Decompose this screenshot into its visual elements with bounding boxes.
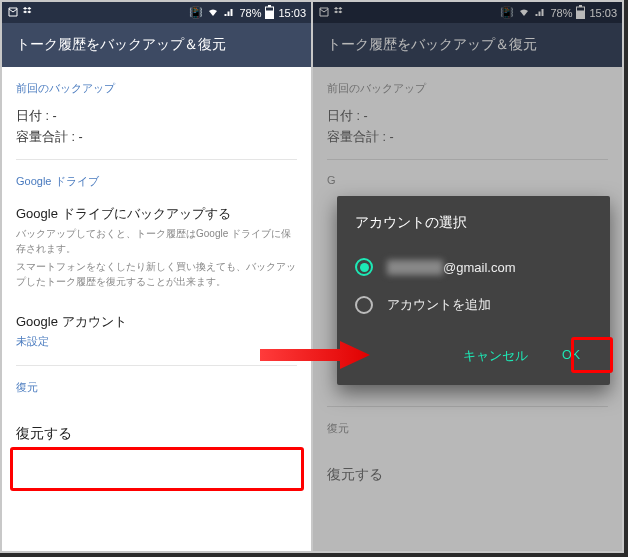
date-label: 日付	[16, 109, 42, 123]
add-account-label: アカウントを追加	[387, 296, 491, 314]
wifi-icon	[207, 6, 219, 20]
content-area: 前回のバックアップ 日付 : - 容量合計 : - Google ドライブ Go…	[2, 67, 311, 551]
item-title: Google ドライブにバックアップする	[16, 205, 297, 223]
dropbox-icon	[23, 6, 35, 20]
dialog-title: アカウントの選択	[355, 214, 592, 232]
account-value: 未設定	[16, 334, 297, 349]
mail-icon	[7, 6, 19, 20]
cancel-button[interactable]: キャンセル	[455, 342, 536, 371]
google-account-item[interactable]: Google アカウント 未設定	[2, 301, 311, 361]
page-title: トーク履歴をバックアップ＆復元	[16, 36, 226, 54]
radio-unselected-icon	[355, 296, 373, 314]
account-masked: XXXXXX	[387, 260, 443, 275]
page-header: トーク履歴をバックアップ＆復元	[2, 23, 311, 67]
phone-left: 📳 78% 15:03 トーク履歴をバックアップ＆復元 前回のバックアップ	[2, 2, 311, 551]
item-desc2: スマートフォンをなくしたり新しく買い換えても、バックアップしたトーク履歴を復元す…	[16, 259, 297, 289]
backup-to-gdrive-item[interactable]: Google ドライブにバックアップする バックアップしておくと、トーク履歴はG…	[2, 205, 311, 301]
account-option-existing[interactable]: XXXXXX@gmail.com	[355, 248, 592, 286]
size-label: 容量合計	[16, 130, 68, 144]
battery-label: 78%	[239, 7, 261, 19]
status-bar: 📳 78% 15:03	[2, 2, 311, 23]
date-value: : -	[45, 109, 56, 123]
item-title: Google アカウント	[16, 313, 297, 331]
section-title: Google ドライブ	[16, 174, 297, 189]
phone-right: 📳 78% 15:03 トーク履歴をバックアップ＆復元 前回のバックアップ	[313, 2, 622, 551]
radio-selected-icon	[355, 258, 373, 276]
section-gdrive: Google ドライブ	[2, 160, 311, 205]
item-desc1: バックアップしておくと、トーク履歴はGoogle ドライブに保存されます。	[16, 226, 297, 256]
svg-rect-2	[266, 7, 273, 10]
ok-button[interactable]: OK	[554, 342, 588, 371]
section-title: 復元	[16, 380, 297, 395]
signal-icon	[223, 6, 235, 20]
account-option-add[interactable]: アカウントを追加	[355, 286, 592, 324]
clock-label: 15:03	[278, 7, 306, 19]
vibrate-icon: 📳	[189, 6, 203, 19]
restore-item[interactable]: 復元する	[2, 411, 311, 457]
section-title: 前回のバックアップ	[16, 81, 297, 96]
svg-rect-1	[268, 5, 271, 7]
section-last-backup: 前回のバックアップ 日付 : - 容量合計 : -	[2, 67, 311, 155]
restore-label: 復元する	[16, 426, 72, 441]
account-domain: @gmail.com	[443, 260, 515, 275]
size-value: : -	[71, 130, 82, 144]
account-dialog: アカウントの選択 XXXXXX@gmail.com アカウントを追加 キャンセル…	[337, 196, 610, 385]
section-restore: 復元	[2, 366, 311, 411]
battery-icon	[265, 5, 274, 21]
